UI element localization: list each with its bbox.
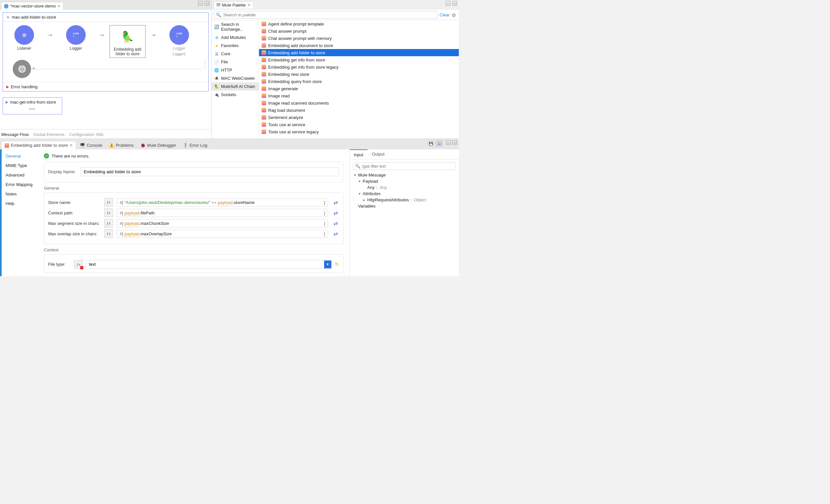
side-nav-mime-type[interactable]: MIME Type bbox=[2, 161, 42, 170]
tab-message-flow[interactable]: Message Flow bbox=[1, 132, 29, 137]
datasense-panel: Input Output 🔍 ▾Mule Message ▾Payload An… bbox=[349, 149, 459, 276]
collapsed-flow[interactable]: ▶ mac-get-infro-from-store ••• bbox=[3, 97, 62, 114]
expand-icon[interactable]: ▶ bbox=[6, 85, 9, 89]
clear-search-link[interactable]: Clear bbox=[440, 12, 450, 17]
palette-operation[interactable]: Embedding new store bbox=[259, 71, 459, 78]
palette-category[interactable]: ★Favorites bbox=[212, 41, 259, 50]
max-overlap-input[interactable]: #[ payload.maxOverlapSize ] bbox=[117, 230, 328, 238]
palette-category[interactable]: 🦜MuleSoft AI Chain bbox=[212, 82, 259, 91]
palette-category[interactable]: 🕷️MAC WebCrawler bbox=[212, 74, 259, 82]
collapse-icon[interactable]: ▼ bbox=[6, 15, 10, 19]
reload-icon[interactable]: ↻ bbox=[335, 262, 339, 267]
flow-canvas-area[interactable]: ▼ mac-add-folder-to-store Listener → LOG… bbox=[0, 10, 211, 129]
minimize-view-icon[interactable]: — bbox=[446, 1, 450, 6]
minimize-view-icon[interactable]: — bbox=[446, 140, 451, 145]
maximize-view-icon[interactable]: ▭ bbox=[452, 1, 457, 6]
maximize-view-icon[interactable]: ▭ bbox=[452, 140, 457, 145]
palette-category[interactable]: 🌐HTTP bbox=[212, 66, 259, 74]
palette-category[interactable]: ⊕Add Modules bbox=[212, 33, 259, 41]
category-icon: 🌐 bbox=[214, 68, 219, 73]
palette-operation[interactable]: Image generate bbox=[259, 85, 459, 92]
tab-mule-debugger[interactable]: 🐞Mule Debugger bbox=[137, 141, 179, 149]
flow-node-listener[interactable]: Listener bbox=[6, 25, 42, 51]
tab-error-log[interactable]: ❗Error Log bbox=[180, 141, 210, 149]
context-path-input[interactable]: #[ payload.filePath ] bbox=[117, 209, 328, 217]
flow-node-logger2[interactable]: LOG≡ Logger Logger1 bbox=[161, 25, 197, 56]
map-icon[interactable]: ⇄ bbox=[332, 199, 339, 206]
datasense-filter[interactable]: 🔍 bbox=[353, 162, 455, 170]
palette-operation[interactable]: Chat answer prompt bbox=[259, 28, 459, 35]
tab-console[interactable]: 🖥️Console bbox=[77, 141, 105, 149]
max-segment-input[interactable]: #[ payload.maxChunkSize ] bbox=[117, 219, 328, 228]
palette-operation[interactable]: Agent define prompt template bbox=[259, 20, 459, 28]
minimize-view-icon[interactable]: — bbox=[198, 1, 203, 6]
palette-operation[interactable]: Image read scanned documents bbox=[259, 99, 459, 106]
fx-toggle[interactable]: ƒx bbox=[104, 198, 113, 207]
tree-node-variables[interactable]: Variables bbox=[353, 203, 455, 209]
palette-search-input[interactable]: 🔍 bbox=[214, 11, 438, 19]
fx-toggle[interactable]: ƒx bbox=[104, 208, 113, 217]
save-icon[interactable]: 💾 bbox=[428, 140, 434, 147]
properties-tab-processor[interactable]: Embedding add folder to store ✕ bbox=[1, 141, 76, 149]
palette-operation[interactable]: Embedding get info from store legacy bbox=[259, 63, 459, 71]
flow-node-logger[interactable]: LOG≡ Logger bbox=[58, 25, 94, 51]
side-nav-help[interactable]: Help bbox=[2, 199, 42, 208]
palette-category[interactable]: 📄File bbox=[212, 58, 259, 66]
palette-operation[interactable]: Image read bbox=[259, 92, 459, 99]
map-icon[interactable]: ⇄ bbox=[332, 210, 339, 216]
parrot-icon: 🦜 bbox=[117, 28, 138, 46]
tree-node-payload[interactable]: ▾Payload bbox=[353, 178, 455, 184]
close-icon[interactable]: ✕ bbox=[69, 143, 73, 148]
tab-output[interactable]: Output bbox=[368, 149, 389, 160]
palette-operation[interactable]: Tools use ai service legacy bbox=[259, 128, 459, 135]
error-source-node[interactable] bbox=[13, 60, 31, 78]
side-nav-notes[interactable]: Notes bbox=[2, 189, 42, 199]
tab-configuration-xml[interactable]: Configuration XML bbox=[69, 132, 104, 137]
palette-operation[interactable]: Embedding get info from store bbox=[259, 56, 459, 63]
side-nav-advanced[interactable]: Advanced bbox=[2, 170, 42, 180]
flow-editor-panel: *mac-vector-store-demo ✕ — ▭ ▼ mac-add-f… bbox=[0, 0, 212, 138]
close-icon[interactable]: ✕ bbox=[247, 3, 251, 7]
tree-node-mule-message[interactable]: ▾Mule Message bbox=[353, 172, 455, 178]
palette-category[interactable]: 🔄Search in Exchange.. bbox=[212, 20, 259, 33]
chevron-down-icon[interactable]: ▼ bbox=[324, 261, 331, 268]
fx-toggle[interactable]: ƒx bbox=[74, 260, 83, 269]
error-handling-section[interactable]: ▶ Error handling bbox=[3, 82, 208, 91]
palette-operation[interactable]: Sentiment analyze bbox=[259, 114, 459, 121]
palette-category[interactable]: 🔌Sockets bbox=[212, 91, 259, 99]
palette-view-tab[interactable]: Mule Palette ✕ bbox=[214, 1, 254, 8]
palette-operation[interactable]: Embedding add document to store bbox=[259, 42, 459, 49]
side-nav-general[interactable]: General bbox=[2, 151, 42, 161]
tab-problems[interactable]: ⚠️Problems bbox=[106, 141, 137, 149]
expand-icon[interactable]: ▶ bbox=[6, 100, 8, 104]
palette-operation[interactable]: Tools use ai service bbox=[259, 121, 459, 128]
editor-tab-strip: *mac-vector-store-demo ✕ — ▭ bbox=[0, 0, 211, 10]
flow-node-embedding-add[interactable]: 🦜 Embedding add folder to store bbox=[109, 25, 146, 58]
palette-operation[interactable]: Rag load document bbox=[259, 106, 459, 114]
operation-icon bbox=[262, 86, 266, 91]
store-name-input[interactable]: #[ "/Users/john.wick/Desktop/mac-demo/st… bbox=[117, 198, 328, 207]
maximize-view-icon[interactable]: ▭ bbox=[205, 1, 209, 6]
editor-tab[interactable]: *mac-vector-store-demo ✕ bbox=[1, 2, 63, 10]
palette-operation[interactable]: Chat answer prompt with memory bbox=[259, 35, 459, 42]
close-icon[interactable]: ✕ bbox=[57, 4, 61, 8]
tree-node-attributes[interactable]: ▾Attributes bbox=[353, 191, 455, 197]
tab-input[interactable]: Input bbox=[350, 149, 368, 160]
file-type-dropdown[interactable]: ▼ bbox=[86, 260, 331, 269]
fx-toggle[interactable]: ƒx bbox=[104, 219, 113, 228]
palette-category[interactable]: 🐰Core bbox=[212, 50, 259, 58]
tree-node-http-attrs[interactable]: ▸HttpRequestAttributes :Object bbox=[353, 197, 455, 203]
tree-toggle-icon[interactable]: 🗂 bbox=[436, 140, 443, 147]
display-name-input[interactable] bbox=[81, 167, 339, 176]
gear-icon[interactable]: ⚙ bbox=[452, 12, 457, 18]
flow-container[interactable]: ▼ mac-add-folder-to-store Listener → LOG… bbox=[3, 12, 209, 92]
map-icon[interactable]: ⇄ bbox=[332, 231, 339, 237]
map-icon[interactable]: ⇄ bbox=[332, 220, 339, 227]
flow-header[interactable]: ▼ mac-add-folder-to-store bbox=[3, 13, 208, 22]
palette-operation[interactable]: Embedding query from store bbox=[259, 78, 459, 85]
side-nav-error-mapping[interactable]: Error Mapping bbox=[2, 180, 42, 189]
palette-operation[interactable]: Embedding add folder to store bbox=[259, 49, 459, 56]
tree-node-payload-any[interactable]: Any :Any bbox=[353, 184, 455, 191]
tab-global-elements[interactable]: Global Elements bbox=[33, 132, 64, 137]
fx-toggle[interactable]: ƒx bbox=[104, 230, 113, 238]
